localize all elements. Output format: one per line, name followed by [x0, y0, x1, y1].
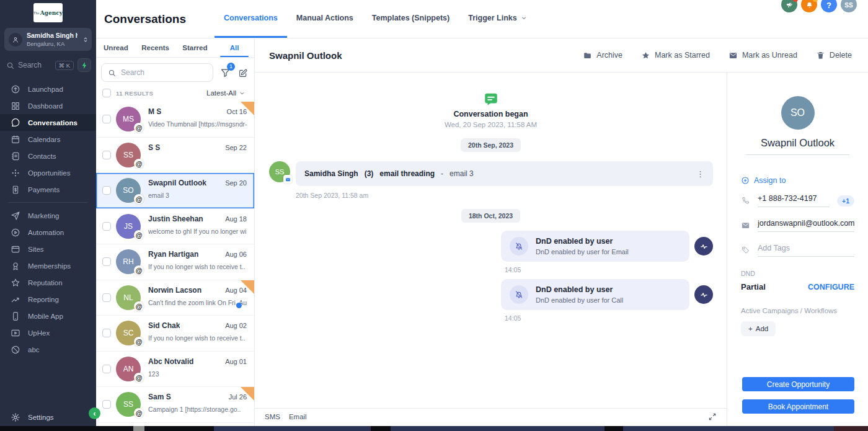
- conversation-summary: M SOct 16Video Thumbnail [https://msgsnd…: [148, 102, 247, 128]
- list-tab-starred[interactable]: Starred: [175, 38, 215, 57]
- account-switcher[interactable]: Samidha Singh highl... Bengaluru, KA: [4, 28, 92, 51]
- sidebar-item-label: Reputation: [28, 279, 63, 287]
- sidebar-item-contacts[interactable]: Contacts: [0, 148, 96, 164]
- sidebar-item-uphex[interactable]: UpHex: [0, 324, 96, 341]
- announcements-button[interactable]: [781, 0, 797, 12]
- contact-name: Norwin Lacson: [148, 286, 202, 295]
- tab-conversations[interactable]: Conversations: [215, 0, 287, 38]
- conversation-row-ryan-hartigan[interactable]: RH@Ryan HartiganAug 06If you no longer w…: [96, 244, 254, 280]
- list-tab-unread[interactable]: Unread: [96, 38, 136, 57]
- contact-name: Swapnil Outlook: [148, 179, 206, 187]
- tab-manual-actions[interactable]: Manual Actions: [287, 0, 363, 38]
- conversation-checkbox[interactable]: [102, 222, 111, 231]
- assign-to-button[interactable]: Assign to: [741, 176, 854, 185]
- sidebar-item-label: Opportunities: [28, 169, 70, 177]
- phone-field[interactable]: +1 888-732-4197: [758, 194, 830, 207]
- sidebar-item-memberships[interactable]: Memberships: [0, 257, 96, 274]
- conversation-checkbox[interactable]: [102, 329, 111, 337]
- memberships-icon: [11, 261, 20, 271]
- message-menu-button[interactable]: ⋮: [696, 170, 704, 178]
- contact-name-field[interactable]: Swapnil Outlook: [741, 137, 854, 149]
- conversation-row-justin-sheehan[interactable]: JS@Justin SheehanAug 18welcome to ghl If…: [96, 209, 254, 245]
- conversation-began-block: Conversation began Wed, 20 Sep 2023, 11:…: [255, 91, 727, 128]
- conversation-checkbox[interactable]: [102, 115, 111, 123]
- search-input[interactable]: Search: [101, 63, 213, 82]
- conversation-checkbox[interactable]: [102, 257, 111, 266]
- book-appointment-button[interactable]: Book Appointment: [742, 399, 854, 414]
- sidebar-item-launchpad[interactable]: Launchpad: [0, 81, 96, 97]
- sidebar-item-abc[interactable]: abc: [0, 341, 96, 358]
- conversation-checkbox[interactable]: [102, 186, 111, 195]
- email-message-bubble[interactable]: Samidha Singh (3) email threading - emai…: [296, 161, 713, 186]
- tab-templates-snippets-[interactable]: Templates (Snippets): [363, 0, 459, 38]
- conversation-row-sam-s[interactable]: SS@Sam SJul 26Campaign 1 [https://storag…: [96, 387, 254, 423]
- sidebar-item-marketing[interactable]: Marketing: [0, 207, 96, 224]
- mark-as-unread-button[interactable]: Mark as Unread: [728, 51, 797, 60]
- sidebar-item-calendars[interactable]: Calendars: [0, 131, 96, 148]
- filter-button[interactable]: 1: [220, 67, 231, 78]
- conversation-row-abc-notvalid[interactable]: AN@Abc NotvalidAug 01123: [96, 352, 254, 388]
- quick-actions-button[interactable]: [78, 58, 91, 72]
- sidebar-item-reporting[interactable]: Reporting: [0, 291, 96, 308]
- conversation-checkbox[interactable]: [102, 400, 111, 409]
- sidebar-item-sites[interactable]: Sites: [0, 241, 96, 257]
- user-avatar[interactable]: SS: [841, 0, 857, 12]
- event-text: DnD enabled by userDnD enabled by user f…: [536, 285, 623, 304]
- select-all-checkbox[interactable]: [102, 89, 111, 97]
- sidebar-collapse-button[interactable]: ‹: [89, 407, 100, 419]
- tab-trigger-links[interactable]: Trigger Links: [459, 0, 537, 38]
- email-field[interactable]: jordanswapnil@outlook.com: [758, 219, 854, 232]
- sidebar-item-label: Reporting: [28, 296, 59, 303]
- agency-logo: TheAgency: [33, 3, 63, 22]
- conversation-checkbox[interactable]: [102, 151, 111, 159]
- dnd-configure-link[interactable]: CONFIGURE: [808, 283, 854, 291]
- create-opportunity-button[interactable]: Create Opportunity: [742, 377, 854, 391]
- logo-small-text: The: [33, 11, 40, 15]
- sidebar-item-automation[interactable]: Automation: [0, 224, 96, 241]
- sidebar-item-mobile[interactable]: Mobile App: [0, 308, 96, 324]
- conversation-row-m-s[interactable]: MS@M SOct 16Video Thumbnail [https://msg…: [96, 102, 254, 138]
- sidebar-item-settings[interactable]: Settings: [0, 412, 96, 422]
- sidebar-item-reputation[interactable]: Reputation: [0, 274, 96, 291]
- archive-button[interactable]: Archive: [583, 51, 622, 60]
- contact-name: M S: [148, 107, 161, 116]
- sidebar-item-dashboard[interactable]: Dashboard: [0, 97, 96, 114]
- composer-tab-sms[interactable]: SMS: [265, 413, 280, 420]
- help-button[interactable]: ?: [821, 0, 837, 12]
- logo-main-text: Agency: [40, 10, 63, 16]
- list-tab-recents[interactable]: Recents: [136, 38, 175, 57]
- search-icon: [108, 69, 116, 77]
- conversation-row-swapnil-outlook[interactable]: SO@Swapnil OutlookSep 20email 3: [96, 173, 254, 209]
- opportunities-icon: [11, 168, 20, 178]
- mark-as-starred-button[interactable]: Mark as Starred: [641, 51, 710, 60]
- email-message-row[interactable]: SS Samidha Singh (3) email threading - e…: [269, 161, 713, 186]
- tags-input[interactable]: Add Tags: [758, 244, 854, 257]
- phone-count-badge[interactable]: +1: [837, 195, 854, 207]
- conversation-row-sid-chak[interactable]: SC@Sid ChakAug 02If you no longer wish t…: [96, 316, 254, 352]
- delete-button[interactable]: Delete: [816, 51, 852, 60]
- conversations-icon: [11, 118, 20, 128]
- composer-tab-email[interactable]: Email: [289, 413, 307, 420]
- sort-dropdown[interactable]: Latest-All: [206, 89, 246, 97]
- compose-button[interactable]: [238, 67, 248, 78]
- thread-actions: ArchiveMark as StarredMark as UnreadDele…: [583, 51, 868, 60]
- add-campaign-button[interactable]: + Add: [741, 321, 776, 336]
- sidebar-item-opportunities[interactable]: Opportunities: [0, 164, 96, 181]
- list-tab-all[interactable]: All: [215, 38, 254, 57]
- thread-header: Swapnil Outlook ArchiveMark as StarredMa…: [255, 38, 868, 73]
- sidebar-item-payments[interactable]: Payments: [0, 181, 96, 198]
- conversation-row-s-s[interactable]: SS@S SSep 22: [96, 138, 254, 174]
- sidebar-item-label: Memberships: [28, 262, 71, 270]
- sidebar-item-conversations[interactable]: Conversations: [0, 114, 96, 131]
- conversation-checkbox[interactable]: [102, 293, 111, 302]
- message-preview: email 3: [148, 192, 247, 199]
- abc-icon: [11, 345, 20, 355]
- notifications-button[interactable]: [801, 0, 817, 12]
- conversation-list-tabs: UnreadRecentsStarredAll: [96, 38, 254, 58]
- chevron-up-down-icon[interactable]: [82, 36, 89, 43]
- sites-icon: [11, 244, 20, 254]
- conversation-checkbox[interactable]: [102, 365, 111, 373]
- expand-composer-button[interactable]: [708, 411, 717, 422]
- conversation-row-norwin-lacson[interactable]: NL@Norwin LacsonAug 04Can't find the zoo…: [96, 280, 254, 316]
- sidebar-search[interactable]: Search ⌘ K: [0, 51, 96, 78]
